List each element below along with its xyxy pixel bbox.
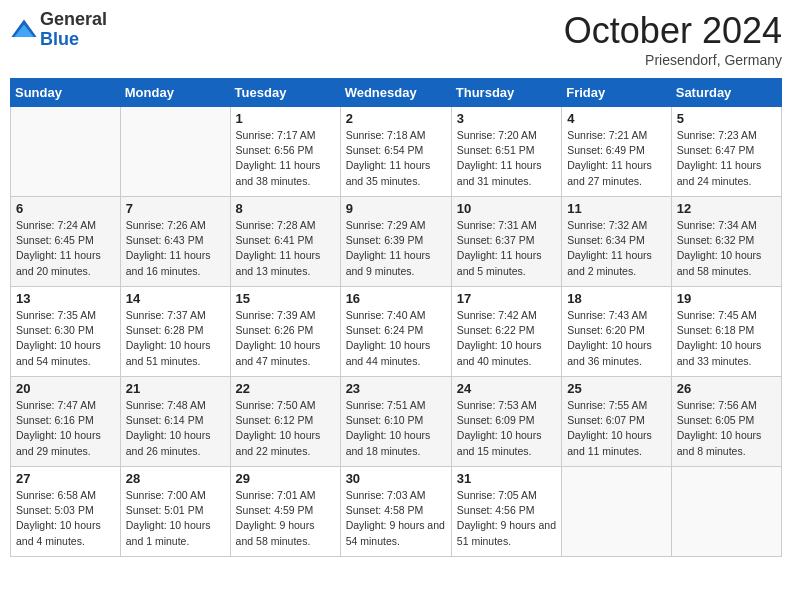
calendar-day-cell: 30Sunrise: 7:03 AMSunset: 4:58 PMDayligh… <box>340 467 451 557</box>
calendar-day-cell: 29Sunrise: 7:01 AMSunset: 4:59 PMDayligh… <box>230 467 340 557</box>
calendar-day-cell: 11Sunrise: 7:32 AMSunset: 6:34 PMDayligh… <box>562 197 672 287</box>
day-number: 8 <box>236 201 335 216</box>
calendar-day-cell: 3Sunrise: 7:20 AMSunset: 6:51 PMDaylight… <box>451 107 561 197</box>
day-info: Sunrise: 7:45 AMSunset: 6:18 PMDaylight:… <box>677 308 776 369</box>
logo: General Blue <box>10 10 107 50</box>
day-number: 25 <box>567 381 666 396</box>
calendar-day-cell <box>562 467 672 557</box>
calendar-day-cell: 7Sunrise: 7:26 AMSunset: 6:43 PMDaylight… <box>120 197 230 287</box>
day-info: Sunrise: 7:31 AMSunset: 6:37 PMDaylight:… <box>457 218 556 279</box>
day-info: Sunrise: 7:42 AMSunset: 6:22 PMDaylight:… <box>457 308 556 369</box>
calendar-week-row: 27Sunrise: 6:58 AMSunset: 5:03 PMDayligh… <box>11 467 782 557</box>
calendar-day-cell: 31Sunrise: 7:05 AMSunset: 4:56 PMDayligh… <box>451 467 561 557</box>
logo-blue: Blue <box>40 29 79 49</box>
day-info: Sunrise: 7:43 AMSunset: 6:20 PMDaylight:… <box>567 308 666 369</box>
calendar-day-cell: 6Sunrise: 7:24 AMSunset: 6:45 PMDaylight… <box>11 197 121 287</box>
day-info: Sunrise: 7:28 AMSunset: 6:41 PMDaylight:… <box>236 218 335 279</box>
day-info: Sunrise: 7:48 AMSunset: 6:14 PMDaylight:… <box>126 398 225 459</box>
day-number: 24 <box>457 381 556 396</box>
day-info: Sunrise: 7:18 AMSunset: 6:54 PMDaylight:… <box>346 128 446 189</box>
page-header: General Blue October 2024 Priesendorf, G… <box>10 10 782 68</box>
weekday-header: Wednesday <box>340 79 451 107</box>
day-info: Sunrise: 7:01 AMSunset: 4:59 PMDaylight:… <box>236 488 335 549</box>
weekday-header: Thursday <box>451 79 561 107</box>
calendar-week-row: 20Sunrise: 7:47 AMSunset: 6:16 PMDayligh… <box>11 377 782 467</box>
calendar-day-cell: 4Sunrise: 7:21 AMSunset: 6:49 PMDaylight… <box>562 107 672 197</box>
calendar-day-cell: 18Sunrise: 7:43 AMSunset: 6:20 PMDayligh… <box>562 287 672 377</box>
calendar-day-cell: 8Sunrise: 7:28 AMSunset: 6:41 PMDaylight… <box>230 197 340 287</box>
day-number: 21 <box>126 381 225 396</box>
day-info: Sunrise: 7:29 AMSunset: 6:39 PMDaylight:… <box>346 218 446 279</box>
calendar-day-cell: 17Sunrise: 7:42 AMSunset: 6:22 PMDayligh… <box>451 287 561 377</box>
day-number: 26 <box>677 381 776 396</box>
calendar-table: SundayMondayTuesdayWednesdayThursdayFrid… <box>10 78 782 557</box>
day-number: 28 <box>126 471 225 486</box>
calendar-header-row: SundayMondayTuesdayWednesdayThursdayFrid… <box>11 79 782 107</box>
calendar-day-cell <box>11 107 121 197</box>
weekday-header: Sunday <box>11 79 121 107</box>
day-number: 18 <box>567 291 666 306</box>
day-number: 17 <box>457 291 556 306</box>
day-info: Sunrise: 7:32 AMSunset: 6:34 PMDaylight:… <box>567 218 666 279</box>
day-info: Sunrise: 7:24 AMSunset: 6:45 PMDaylight:… <box>16 218 115 279</box>
title-block: October 2024 Priesendorf, Germany <box>564 10 782 68</box>
weekday-header: Friday <box>562 79 672 107</box>
day-info: Sunrise: 7:56 AMSunset: 6:05 PMDaylight:… <box>677 398 776 459</box>
day-info: Sunrise: 7:20 AMSunset: 6:51 PMDaylight:… <box>457 128 556 189</box>
day-number: 10 <box>457 201 556 216</box>
day-number: 30 <box>346 471 446 486</box>
day-info: Sunrise: 7:00 AMSunset: 5:01 PMDaylight:… <box>126 488 225 549</box>
day-info: Sunrise: 7:47 AMSunset: 6:16 PMDaylight:… <box>16 398 115 459</box>
day-number: 29 <box>236 471 335 486</box>
day-info: Sunrise: 7:51 AMSunset: 6:10 PMDaylight:… <box>346 398 446 459</box>
day-info: Sunrise: 7:03 AMSunset: 4:58 PMDaylight:… <box>346 488 446 549</box>
day-info: Sunrise: 7:39 AMSunset: 6:26 PMDaylight:… <box>236 308 335 369</box>
day-info: Sunrise: 7:55 AMSunset: 6:07 PMDaylight:… <box>567 398 666 459</box>
day-number: 15 <box>236 291 335 306</box>
day-number: 1 <box>236 111 335 126</box>
calendar-day-cell: 9Sunrise: 7:29 AMSunset: 6:39 PMDaylight… <box>340 197 451 287</box>
calendar-day-cell: 10Sunrise: 7:31 AMSunset: 6:37 PMDayligh… <box>451 197 561 287</box>
calendar-day-cell: 13Sunrise: 7:35 AMSunset: 6:30 PMDayligh… <box>11 287 121 377</box>
day-info: Sunrise: 7:34 AMSunset: 6:32 PMDaylight:… <box>677 218 776 279</box>
calendar-day-cell: 12Sunrise: 7:34 AMSunset: 6:32 PMDayligh… <box>671 197 781 287</box>
calendar-day-cell: 23Sunrise: 7:51 AMSunset: 6:10 PMDayligh… <box>340 377 451 467</box>
day-info: Sunrise: 7:05 AMSunset: 4:56 PMDaylight:… <box>457 488 556 549</box>
location: Priesendorf, Germany <box>564 52 782 68</box>
day-info: Sunrise: 7:35 AMSunset: 6:30 PMDaylight:… <box>16 308 115 369</box>
day-number: 20 <box>16 381 115 396</box>
calendar-day-cell: 19Sunrise: 7:45 AMSunset: 6:18 PMDayligh… <box>671 287 781 377</box>
calendar-week-row: 1Sunrise: 7:17 AMSunset: 6:56 PMDaylight… <box>11 107 782 197</box>
day-number: 6 <box>16 201 115 216</box>
month-title: October 2024 <box>564 10 782 52</box>
day-number: 12 <box>677 201 776 216</box>
day-info: Sunrise: 7:23 AMSunset: 6:47 PMDaylight:… <box>677 128 776 189</box>
day-number: 31 <box>457 471 556 486</box>
calendar-day-cell: 22Sunrise: 7:50 AMSunset: 6:12 PMDayligh… <box>230 377 340 467</box>
weekday-header: Monday <box>120 79 230 107</box>
day-info: Sunrise: 7:21 AMSunset: 6:49 PMDaylight:… <box>567 128 666 189</box>
day-info: Sunrise: 7:53 AMSunset: 6:09 PMDaylight:… <box>457 398 556 459</box>
day-number: 9 <box>346 201 446 216</box>
calendar-day-cell: 25Sunrise: 7:55 AMSunset: 6:07 PMDayligh… <box>562 377 672 467</box>
calendar-day-cell: 24Sunrise: 7:53 AMSunset: 6:09 PMDayligh… <box>451 377 561 467</box>
calendar-day-cell: 26Sunrise: 7:56 AMSunset: 6:05 PMDayligh… <box>671 377 781 467</box>
calendar-week-row: 6Sunrise: 7:24 AMSunset: 6:45 PMDaylight… <box>11 197 782 287</box>
calendar-day-cell: 14Sunrise: 7:37 AMSunset: 6:28 PMDayligh… <box>120 287 230 377</box>
calendar-day-cell: 21Sunrise: 7:48 AMSunset: 6:14 PMDayligh… <box>120 377 230 467</box>
day-number: 4 <box>567 111 666 126</box>
day-info: Sunrise: 7:40 AMSunset: 6:24 PMDaylight:… <box>346 308 446 369</box>
day-number: 11 <box>567 201 666 216</box>
calendar-day-cell: 16Sunrise: 7:40 AMSunset: 6:24 PMDayligh… <box>340 287 451 377</box>
day-number: 13 <box>16 291 115 306</box>
calendar-day-cell: 2Sunrise: 7:18 AMSunset: 6:54 PMDaylight… <box>340 107 451 197</box>
day-info: Sunrise: 6:58 AMSunset: 5:03 PMDaylight:… <box>16 488 115 549</box>
day-number: 16 <box>346 291 446 306</box>
calendar-day-cell: 5Sunrise: 7:23 AMSunset: 6:47 PMDaylight… <box>671 107 781 197</box>
day-number: 19 <box>677 291 776 306</box>
day-number: 3 <box>457 111 556 126</box>
day-number: 27 <box>16 471 115 486</box>
day-number: 23 <box>346 381 446 396</box>
day-info: Sunrise: 7:37 AMSunset: 6:28 PMDaylight:… <box>126 308 225 369</box>
calendar-day-cell: 27Sunrise: 6:58 AMSunset: 5:03 PMDayligh… <box>11 467 121 557</box>
